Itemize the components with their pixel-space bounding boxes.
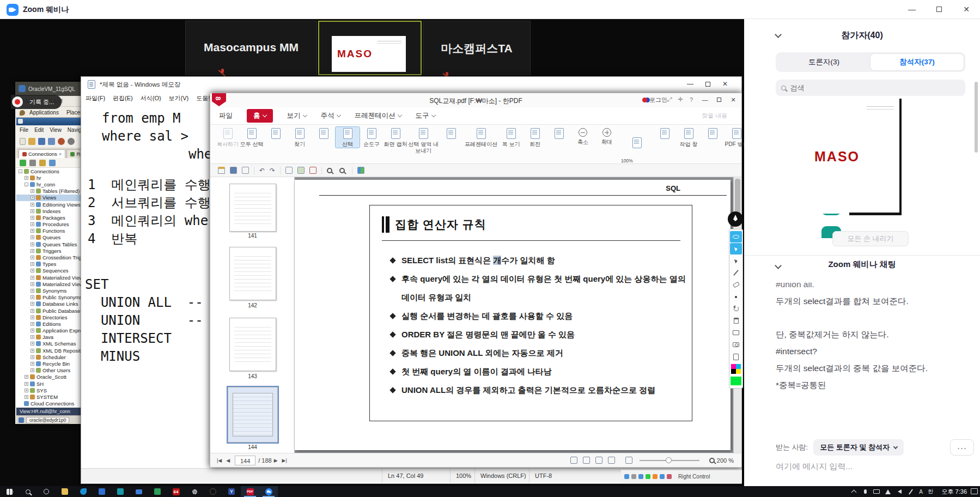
save-icon[interactable] <box>38 138 45 145</box>
pen-icon[interactable] <box>908 488 914 495</box>
terminal-task-button[interactable]: oracle@edydr1p0 <box>26 417 69 423</box>
select-all-icon[interactable]: 모두 선택 <box>240 127 264 148</box>
ribbon-button[interactable] <box>653 127 677 141</box>
last-page-button[interactable]: ▶| <box>280 458 289 463</box>
zoom-app-icon[interactable] <box>259 486 278 497</box>
image-select-icon[interactable] <box>297 167 305 174</box>
expander-icon[interactable]: + <box>31 229 34 233</box>
lower-all-hands-button[interactable]: 모든 손 내리기 <box>832 231 909 246</box>
taskbar-clock[interactable]: 오후 7:36 <box>942 486 967 497</box>
expander-icon[interactable]: + <box>31 342 34 346</box>
presentation-icon[interactable]: 프레젠테이션 <box>463 127 499 148</box>
cursor-tool-icon[interactable] <box>730 243 742 254</box>
video-tile-3[interactable]: 마소캠퍼스TA <box>423 21 531 75</box>
expander-icon[interactable]: + <box>31 302 34 306</box>
expander-icon[interactable]: + <box>25 382 28 386</box>
redo-icon[interactable]: ↷ <box>270 167 275 174</box>
find-icon[interactable]: 찾기 <box>288 127 312 148</box>
clipboard-icon[interactable] <box>730 351 742 362</box>
recipient-dropdown[interactable]: 모든 토론자 및 참석자 <box>813 439 904 456</box>
page-thumbnail-142[interactable] <box>229 247 276 300</box>
expander-icon[interactable]: + <box>25 395 28 399</box>
select-icon[interactable] <box>285 167 293 174</box>
menu-item[interactable]: 편집(E) <box>113 94 133 102</box>
trash-icon[interactable] <box>730 315 742 326</box>
expander-icon[interactable]: + <box>31 269 34 272</box>
zoom-out-icon[interactable]: 축소 <box>571 127 595 146</box>
photos-icon[interactable] <box>148 486 167 497</box>
close-tab-icon[interactable]: × <box>59 151 62 157</box>
minimize-button[interactable]: — <box>681 77 699 91</box>
mail-icon[interactable] <box>130 486 148 497</box>
capture-icon[interactable] <box>309 167 316 174</box>
expander-icon[interactable]: + <box>31 368 34 372</box>
windows-start-icon[interactable] <box>0 486 19 497</box>
search-icon[interactable] <box>19 486 37 497</box>
minimize-button[interactable]: — <box>698 93 712 106</box>
undo-icon[interactable] <box>730 303 742 314</box>
save-all-icon[interactable] <box>48 138 55 145</box>
export-selection-icon[interactable]: 선택 영역 내보내기 <box>407 127 439 154</box>
tab-home[interactable]: 홈 <box>247 109 273 123</box>
tab-file[interactable]: 파일 <box>219 111 233 120</box>
undo-icon[interactable]: ↶ <box>259 167 265 174</box>
camera-icon[interactable] <box>730 339 742 350</box>
expander-icon[interactable]: + <box>31 256 34 259</box>
chat-message-input[interactable] <box>776 462 966 471</box>
dot-tool-icon[interactable] <box>730 291 742 302</box>
prev-page-button[interactable]: ◀ <box>224 458 232 463</box>
zoom-in-icon[interactable]: 확대 <box>595 127 619 146</box>
color-palette-icon[interactable] <box>730 363 742 374</box>
ribbon-button[interactable] <box>439 127 463 141</box>
video-tile-2-active[interactable]: MASO <box>318 21 422 75</box>
expander-icon[interactable]: + <box>31 216 34 220</box>
single-page-icon[interactable] <box>583 457 590 464</box>
expander-icon[interactable]: + <box>31 189 34 193</box>
ime-latin-indicator[interactable]: A <box>919 489 923 495</box>
whiteboard-icon[interactable] <box>730 327 742 338</box>
search-input[interactable] <box>790 84 942 92</box>
task-pane-icon[interactable]: 작업 창 <box>677 127 701 148</box>
add-connection-icon[interactable] <box>20 160 26 166</box>
page-grid-icon[interactable] <box>357 167 364 174</box>
expander-icon[interactable]: + <box>25 389 28 392</box>
fit-page-icon[interactable] <box>625 457 632 464</box>
expander-icon[interactable] <box>19 402 22 405</box>
page-thumbnail-141[interactable] <box>229 184 276 232</box>
undo-icon[interactable] <box>58 138 65 145</box>
copy-icon[interactable]: 복사하기 <box>216 127 240 148</box>
zoom-slider[interactable] <box>640 460 699 461</box>
presentation-mode-icon[interactable] <box>570 457 577 464</box>
chat-more-button[interactable]: ··· <box>950 439 974 456</box>
expander-icon[interactable]: + <box>31 309 34 313</box>
settings-gear-icon[interactable] <box>185 486 204 497</box>
y-app-icon[interactable]: Y <box>222 486 241 497</box>
app-teal-icon[interactable] <box>111 486 130 497</box>
save-icon[interactable] <box>230 167 237 174</box>
keyboard-icon[interactable] <box>873 488 880 495</box>
app-64-icon[interactable]: 64 <box>167 486 185 497</box>
expander-icon[interactable]: + <box>31 349 34 353</box>
minimize-button[interactable]: — <box>898 0 926 19</box>
page-view-icon[interactable]: 쪽 보기 <box>499 127 523 148</box>
edge-browser-icon[interactable] <box>74 486 93 497</box>
hand-tool-icon[interactable]: 손도구 <box>360 127 384 148</box>
participant-search[interactable] <box>776 80 965 96</box>
new-file-icon[interactable] <box>20 138 26 145</box>
tab-tools[interactable]: 도구 <box>416 111 435 120</box>
participants-tab[interactable]: 참석자(37) <box>871 54 964 70</box>
mic-icon[interactable] <box>862 488 868 495</box>
expander-icon[interactable]: - <box>19 169 22 173</box>
ribbon-button[interactable] <box>264 127 288 141</box>
expander-icon[interactable]: + <box>31 282 34 286</box>
facing-pages-icon[interactable] <box>595 457 602 464</box>
expander-icon[interactable]: + <box>31 209 34 213</box>
find-input[interactable]: 찾을 내용 <box>702 112 727 120</box>
expander-icon[interactable]: + <box>31 196 34 199</box>
terminal-icon[interactable] <box>19 417 24 423</box>
ime-korean-indicator[interactable]: 한 <box>928 488 933 495</box>
action-center-icon[interactable] <box>971 488 978 494</box>
screen-capture-icon[interactable]: 화면 캡처 <box>384 127 407 148</box>
pen-tool-icon[interactable] <box>730 267 742 278</box>
refresh-icon[interactable] <box>29 160 36 166</box>
